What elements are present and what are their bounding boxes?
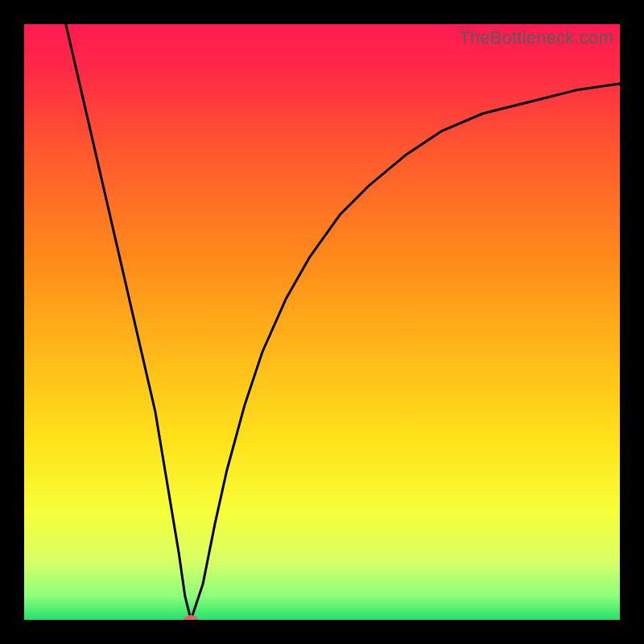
- minimum-marker: [184, 615, 198, 620]
- chart-frame: TheBottleneck.com: [0, 0, 644, 644]
- plot-area: TheBottleneck.com: [24, 24, 620, 620]
- bottleneck-curve: [66, 24, 620, 620]
- watermark-text: TheBottleneck.com: [459, 27, 613, 48]
- curve-svg: [24, 24, 620, 620]
